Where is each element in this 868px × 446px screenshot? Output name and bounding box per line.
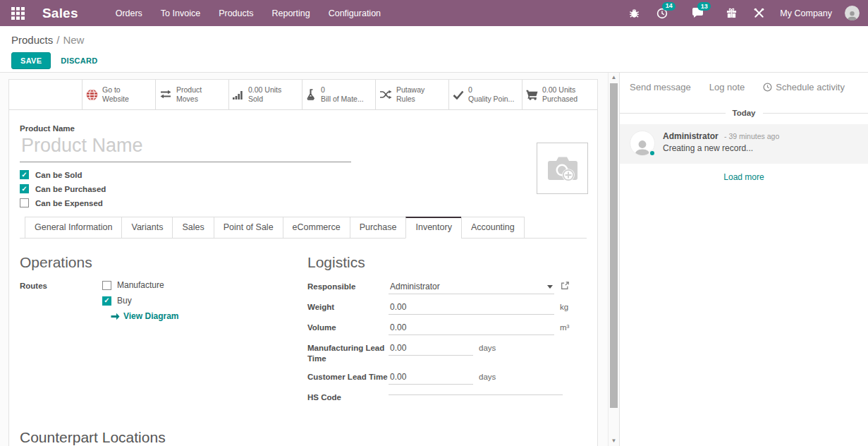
hs-code-input[interactable] xyxy=(389,391,563,395)
tab-sales[interactable]: Sales xyxy=(172,217,214,239)
product-name-label: Product Name xyxy=(20,124,587,133)
sheet-body: Product Name ✓ Can be Sold ✓ Can be Purc… xyxy=(9,110,597,446)
stat-line2: Rules xyxy=(396,95,415,103)
send-message-button[interactable]: Send message xyxy=(630,82,691,92)
product-moves-button[interactable]: ProductMoves xyxy=(155,80,228,109)
stat-line2: Bill of Mate... xyxy=(321,95,364,103)
checkbox-unchecked-icon[interactable] xyxy=(102,281,111,290)
logistics-group: Logistics Responsible Administrator xyxy=(307,254,587,409)
stat-line1: 0 xyxy=(468,85,472,94)
hs-code-label: HS Code xyxy=(307,391,389,403)
debug-bug-icon[interactable] xyxy=(623,4,645,23)
scroll-down-arrow[interactable]: ▼ xyxy=(609,436,619,446)
product-name-input[interactable] xyxy=(20,134,351,162)
app-brand[interactable]: Sales xyxy=(42,6,78,21)
tab-variants[interactable]: Variants xyxy=(121,217,173,239)
tab-inventory[interactable]: Inventory xyxy=(405,217,461,239)
menu-reporting[interactable]: Reporting xyxy=(262,1,319,25)
mfg-lead-time-input[interactable]: 0.00 xyxy=(389,342,473,356)
company-switcher[interactable]: My Company xyxy=(776,8,839,18)
routes-label: Routes xyxy=(20,280,102,321)
weight-unit: kg xyxy=(560,301,568,311)
messages-chat-icon[interactable]: 13 xyxy=(686,4,709,23)
load-more-link[interactable]: Load more xyxy=(723,172,764,182)
units-sold-button[interactable]: 0.00 UnitsSold xyxy=(228,80,302,109)
menu-configuration[interactable]: Configuration xyxy=(319,1,390,25)
form-sheet: Go toWebsite ProductMoves 0.00 UnitsSold… xyxy=(8,79,598,446)
online-status-dot xyxy=(649,150,656,157)
scroll-up-arrow[interactable]: ▲ xyxy=(609,73,619,83)
tab-general-information[interactable]: General Information xyxy=(25,217,122,239)
apps-menu-icon[interactable] xyxy=(7,4,28,23)
control-panel: Products/New SAVE DISCARD xyxy=(0,26,868,73)
stat-line1: Go to xyxy=(102,85,121,94)
product-image-placeholder[interactable] xyxy=(537,143,588,194)
menu-to-invoice[interactable]: To Invoice xyxy=(152,1,209,25)
view-diagram-link[interactable]: View Diagram xyxy=(111,311,178,321)
weight-input[interactable]: 0.00 xyxy=(389,301,554,315)
stat-line1: 0.00 Units xyxy=(542,85,575,94)
route-label: Buy xyxy=(117,296,132,306)
menu-products[interactable]: Products xyxy=(209,1,262,25)
tab-point-of-sale[interactable]: Point of Sale xyxy=(214,217,283,239)
quality-points-button[interactable]: 0Quality Poin... xyxy=(448,80,522,109)
save-button[interactable]: SAVE xyxy=(11,52,51,69)
arrow-right-icon xyxy=(111,313,120,320)
activities-clock-icon[interactable]: 14 xyxy=(651,4,673,23)
messages-badge: 13 xyxy=(697,2,711,11)
can-be-sold-checkbox[interactable]: ✓ Can be Sold xyxy=(20,170,587,179)
can-be-purchased-checkbox[interactable]: ✓ Can be Purchased xyxy=(20,184,587,193)
tab-purchase[interactable]: Purchase xyxy=(350,217,407,239)
customer-lead-time-value: 0.00 xyxy=(390,372,472,382)
checkbox-unchecked-icon[interactable] xyxy=(20,198,29,207)
bill-of-materials-button[interactable]: 0Bill of Mate... xyxy=(302,80,375,109)
activities-badge: 14 xyxy=(662,2,676,11)
shuffle-icon xyxy=(379,90,392,100)
responsible-select[interactable]: Administrator xyxy=(389,280,554,294)
volume-input[interactable]: 0.00 xyxy=(389,321,554,335)
units-purchased-button[interactable]: 0.00 UnitsPurchased xyxy=(522,80,595,109)
can-be-expensed-checkbox[interactable]: Can be Expensed xyxy=(20,198,587,207)
check-icon xyxy=(453,90,464,100)
breadcrumb-separator: / xyxy=(56,34,59,46)
volume-value: 0.00 xyxy=(390,323,553,332)
checkbox-checked-icon[interactable]: ✓ xyxy=(20,184,29,193)
route-label: Manufacture xyxy=(117,280,164,290)
chatter-toolbar: Send message Log note Schedule activity xyxy=(620,73,868,100)
operations-group: Operations Routes Manufacture ✓ xyxy=(20,254,307,409)
tools-icon[interactable] xyxy=(748,4,770,23)
route-buy-checkbox[interactable]: ✓ Buy xyxy=(102,296,178,306)
log-note-button[interactable]: Log note xyxy=(709,82,745,92)
chevron-down-icon[interactable] xyxy=(547,285,553,289)
schedule-activity-button[interactable]: Schedule activity xyxy=(763,82,845,92)
counterpart-heading: Counterpart Locations xyxy=(20,429,587,446)
menu-orders[interactable]: Orders xyxy=(106,1,152,25)
user-avatar[interactable] xyxy=(845,6,860,20)
external-link-icon[interactable] xyxy=(561,280,569,290)
load-more-container: Load more xyxy=(620,170,868,183)
form-view: Go toWebsite ProductMoves 0.00 UnitsSold… xyxy=(0,73,608,446)
stat-line1: Putaway xyxy=(396,85,424,94)
operations-heading: Operations xyxy=(20,254,307,271)
tab-accounting[interactable]: Accounting xyxy=(461,217,525,239)
putaway-rules-button[interactable]: PutawayRules xyxy=(375,80,448,109)
vertical-scrollbar[interactable]: ▲ ▼ xyxy=(608,73,619,446)
checkbox-checked-icon[interactable]: ✓ xyxy=(20,170,29,179)
breadcrumb-products[interactable]: Products xyxy=(11,34,53,46)
go-to-website-button[interactable]: Go toWebsite xyxy=(82,80,155,109)
log-note-label: Log note xyxy=(709,82,745,92)
checkbox-checked-icon[interactable]: ✓ xyxy=(102,296,111,306)
chatter-message[interactable]: Administrator - 39 minutes ago Creating … xyxy=(620,124,868,164)
scrollbar-thumb[interactable] xyxy=(610,83,618,408)
gift-icon[interactable] xyxy=(721,4,742,23)
customer-lead-time-input[interactable]: 0.00 xyxy=(389,370,473,385)
discard-button[interactable]: DISCARD xyxy=(61,56,97,65)
stat-button-box: Go toWebsite ProductMoves 0.00 UnitsSold… xyxy=(9,80,597,110)
message-author[interactable]: Administrator xyxy=(663,131,719,141)
tab-ecommerce[interactable]: eCommerce xyxy=(283,217,350,239)
customer-lead-time-label: Customer Lead Time xyxy=(307,370,389,382)
send-message-label: Send message xyxy=(630,82,691,92)
message-avatar xyxy=(630,131,655,156)
route-manufacture-checkbox[interactable]: Manufacture xyxy=(102,280,178,290)
stat-line2: Website xyxy=(102,95,129,103)
